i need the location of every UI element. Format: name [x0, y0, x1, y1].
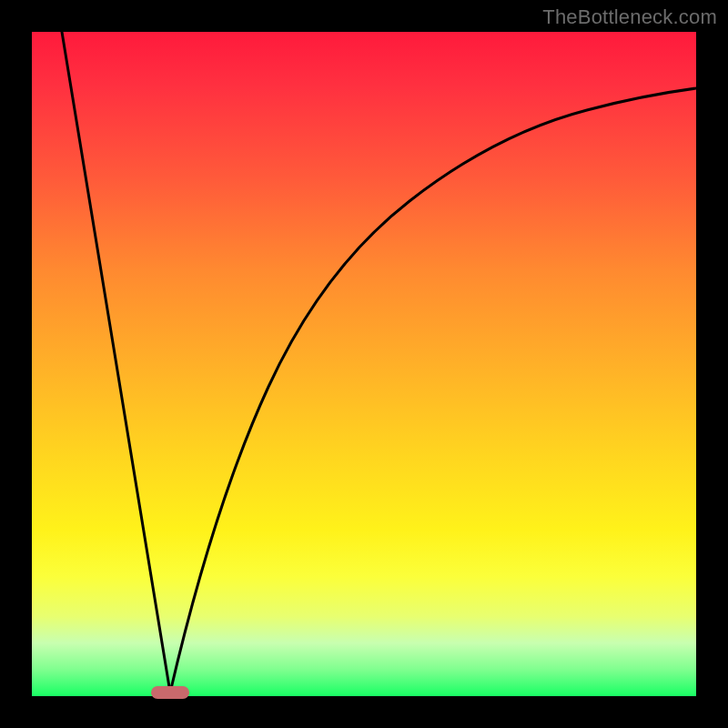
curve-svg [32, 32, 696, 696]
right-curve-path [170, 88, 696, 693]
watermark-text: TheBottleneck.com [542, 5, 717, 29]
left-line-path [62, 32, 170, 693]
chart-frame: TheBottleneck.com [0, 0, 728, 728]
plot-area [32, 32, 696, 696]
optimum-marker [151, 686, 189, 699]
